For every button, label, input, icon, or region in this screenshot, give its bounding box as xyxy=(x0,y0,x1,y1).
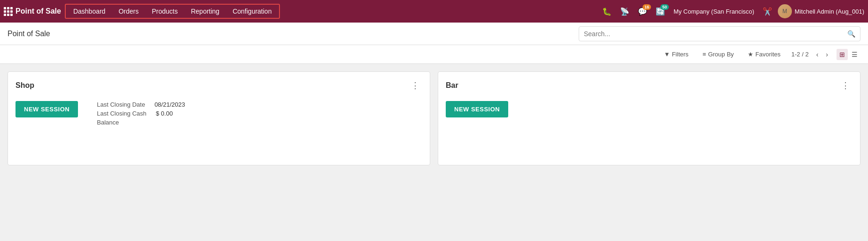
favorites-button[interactable]: ★ Favorites xyxy=(742,48,786,60)
shop-closing-cash-row: Last Closing Cash $ 0.00 xyxy=(97,110,185,117)
avatar: M xyxy=(778,4,792,18)
shop-card-header: Shop ⋮ xyxy=(16,79,422,92)
view-toggle: ⊞ ☰ xyxy=(837,49,860,60)
topbar: Point of Sale Dashboard Orders Products … xyxy=(0,0,868,23)
shop-card-info: Last Closing Date 08/21/2023 Last Closin… xyxy=(97,101,185,126)
shop-card-menu-icon[interactable]: ⋮ xyxy=(408,79,422,92)
app-logo: Point of Sale xyxy=(16,7,61,16)
app-menu-icon[interactable] xyxy=(4,7,13,16)
chat-icon[interactable]: 💬 16 xyxy=(635,5,650,18)
page-title: Point of Sale xyxy=(8,30,50,38)
app-name: Point of Sale xyxy=(16,7,61,16)
filters-label: Filters xyxy=(672,51,688,58)
bar-card-title: Bar xyxy=(446,81,458,90)
shop-closing-date-row: Last Closing Date 08/21/2023 xyxy=(97,101,185,108)
bar-card-menu-icon[interactable]: ⋮ xyxy=(838,79,852,92)
shop-balance-label: Balance xyxy=(97,119,119,126)
nav-item-orders[interactable]: Orders xyxy=(112,6,145,17)
search-input[interactable] xyxy=(584,30,847,38)
refresh-badge: 50 xyxy=(660,4,669,10)
settings-icon[interactable]: ✂️ xyxy=(760,5,775,18)
topbar-right: 🐛 📡 💬 16 🔄 50 My Company (San Francisco)… xyxy=(599,4,864,18)
nav-item-dashboard[interactable]: Dashboard xyxy=(67,6,112,17)
pagination-prev[interactable]: ‹ xyxy=(814,50,822,59)
favorites-icon: ★ xyxy=(748,51,753,58)
company-name: My Company (San Francisco) xyxy=(671,8,757,15)
filter-icon: ▼ xyxy=(664,51,670,58)
pagination-text: 1-2 / 2 xyxy=(791,51,809,58)
shop-new-session-button[interactable]: NEW SESSION xyxy=(16,101,78,117)
bug-icon[interactable]: 🐛 xyxy=(599,5,614,18)
filters-button[interactable]: ▼ Filters xyxy=(658,48,695,60)
kanban-view-button[interactable]: ⊞ xyxy=(837,49,848,60)
chat-badge: 16 xyxy=(643,4,651,10)
shop-closing-cash-value: $ 0.00 xyxy=(156,110,173,117)
group-by-icon: ≡ xyxy=(703,51,706,58)
activity-icon[interactable]: 📡 xyxy=(617,5,632,18)
main-content: Shop ⋮ NEW SESSION Last Closing Date 08/… xyxy=(0,64,868,173)
nav-menu: Dashboard Orders Products Reporting Conf… xyxy=(65,4,280,19)
bar-new-session-button[interactable]: NEW SESSION xyxy=(446,101,508,117)
favorites-label: Favorites xyxy=(755,51,780,58)
nav-item-reporting[interactable]: Reporting xyxy=(184,6,226,17)
shop-closing-date-value: 08/21/2023 xyxy=(155,101,185,108)
pagination-next[interactable]: › xyxy=(823,50,831,59)
shop-card-body: NEW SESSION Last Closing Date 08/21/2023… xyxy=(16,101,422,126)
shop-card-title: Shop xyxy=(16,81,34,90)
search-bar: 🔍 xyxy=(579,26,860,41)
group-by-button[interactable]: ≡ Group By xyxy=(697,48,740,60)
shop-balance-row: Balance xyxy=(97,119,185,126)
bar-card-body: NEW SESSION xyxy=(446,101,852,117)
shop-closing-cash-label: Last Closing Cash xyxy=(97,110,147,117)
shop-card: Shop ⋮ NEW SESSION Last Closing Date 08/… xyxy=(8,71,430,165)
search-icon[interactable]: 🔍 xyxy=(847,30,855,38)
nav-item-configuration[interactable]: Configuration xyxy=(226,6,278,17)
toolbar: ▼ Filters ≡ Group By ★ Favorites 1-2 / 2… xyxy=(0,45,868,64)
shop-closing-date-label: Last Closing Date xyxy=(97,101,145,108)
bar-card: Bar ⋮ NEW SESSION xyxy=(438,71,860,165)
subheader: Point of Sale 🔍 xyxy=(0,23,868,45)
list-view-button[interactable]: ☰ xyxy=(849,49,860,60)
bar-card-header: Bar ⋮ xyxy=(446,79,852,92)
refresh-icon[interactable]: 🔄 50 xyxy=(653,5,668,18)
user-name: Mitchell Admin (Aug_001) xyxy=(795,8,864,15)
nav-item-products[interactable]: Products xyxy=(145,6,184,17)
group-by-label: Group By xyxy=(708,51,734,58)
